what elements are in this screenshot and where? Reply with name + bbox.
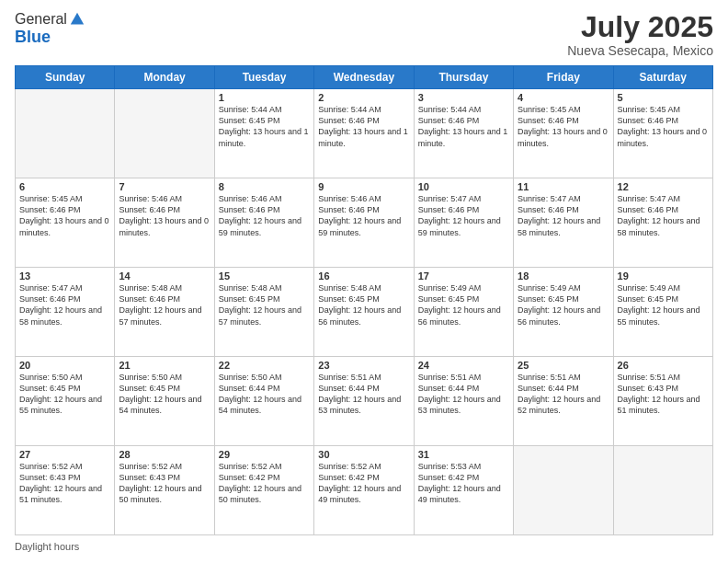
table-row: 31Sunrise: 5:53 AM Sunset: 6:42 PM Dayli… (414, 446, 513, 535)
day-info: Sunrise: 5:51 AM Sunset: 6:44 PM Dayligh… (418, 372, 509, 417)
day-number: 29 (219, 449, 310, 460)
day-info: Sunrise: 5:46 AM Sunset: 6:46 PM Dayligh… (119, 193, 210, 238)
col-saturday: Saturday (613, 66, 712, 89)
table-row: 24Sunrise: 5:51 AM Sunset: 6:44 PM Dayli… (414, 357, 513, 446)
logo-general-text: General (15, 11, 67, 28)
day-info: Sunrise: 5:53 AM Sunset: 6:42 PM Dayligh… (418, 461, 509, 506)
table-row: 5Sunrise: 5:45 AM Sunset: 6:46 PM Daylig… (613, 89, 712, 178)
col-tuesday: Tuesday (214, 66, 313, 89)
col-thursday: Thursday (414, 66, 513, 89)
calendar-week-row: 13Sunrise: 5:47 AM Sunset: 6:46 PM Dayli… (16, 268, 713, 357)
day-number: 24 (418, 360, 509, 371)
table-row: 20Sunrise: 5:50 AM Sunset: 6:45 PM Dayli… (16, 357, 115, 446)
day-info: Sunrise: 5:45 AM Sunset: 6:46 PM Dayligh… (19, 193, 110, 238)
day-number: 17 (418, 270, 509, 282)
table-row: 6Sunrise: 5:45 AM Sunset: 6:46 PM Daylig… (16, 178, 115, 268)
day-number: 30 (318, 449, 409, 460)
day-number: 12 (618, 181, 709, 192)
day-info: Sunrise: 5:48 AM Sunset: 6:46 PM Dayligh… (119, 282, 210, 327)
page: General Blue July 2025 Nueva Sesecapa, M… (0, 0, 728, 563)
day-info: Sunrise: 5:44 AM Sunset: 6:46 PM Dayligh… (418, 104, 509, 149)
table-row: 4Sunrise: 5:45 AM Sunset: 6:46 PM Daylig… (514, 89, 613, 178)
day-info: Sunrise: 5:52 AM Sunset: 6:43 PM Dayligh… (119, 461, 210, 506)
day-number: 20 (19, 360, 110, 371)
col-monday: Monday (115, 66, 214, 89)
table-row: 3Sunrise: 5:44 AM Sunset: 6:46 PM Daylig… (414, 89, 513, 178)
table-row: 28Sunrise: 5:52 AM Sunset: 6:43 PM Dayli… (115, 446, 214, 535)
day-number: 2 (318, 92, 409, 103)
table-row: 7Sunrise: 5:46 AM Sunset: 6:46 PM Daylig… (115, 178, 214, 268)
table-row: 30Sunrise: 5:52 AM Sunset: 6:42 PM Dayli… (314, 446, 414, 535)
table-row (16, 89, 115, 178)
day-info: Sunrise: 5:46 AM Sunset: 6:46 PM Dayligh… (219, 193, 310, 238)
day-number: 26 (618, 360, 709, 371)
col-sunday: Sunday (16, 66, 115, 89)
table-row: 11Sunrise: 5:47 AM Sunset: 6:46 PM Dayli… (514, 178, 613, 268)
day-number: 31 (418, 449, 509, 460)
day-info: Sunrise: 5:47 AM Sunset: 6:46 PM Dayligh… (418, 193, 509, 238)
calendar-week-row: 1Sunrise: 5:44 AM Sunset: 6:45 PM Daylig… (16, 89, 713, 178)
day-number: 15 (219, 270, 310, 282)
day-info: Sunrise: 5:45 AM Sunset: 6:46 PM Dayligh… (618, 104, 709, 149)
daylight-hours-label: Daylight hours (15, 541, 79, 552)
day-number: 7 (119, 181, 210, 192)
logo-icon (69, 11, 85, 28)
day-number: 28 (119, 449, 210, 460)
table-row: 27Sunrise: 5:52 AM Sunset: 6:43 PM Dayli… (16, 446, 115, 535)
day-number: 25 (518, 360, 609, 371)
table-row: 12Sunrise: 5:47 AM Sunset: 6:46 PM Dayli… (613, 178, 712, 268)
day-number: 11 (518, 181, 609, 192)
calendar-table: Sunday Monday Tuesday Wednesday Thursday… (15, 65, 713, 535)
col-wednesday: Wednesday (314, 66, 414, 89)
calendar-week-row: 6Sunrise: 5:45 AM Sunset: 6:46 PM Daylig… (16, 178, 713, 268)
day-number: 19 (618, 270, 709, 282)
table-row: 13Sunrise: 5:47 AM Sunset: 6:46 PM Dayli… (16, 268, 115, 357)
day-info: Sunrise: 5:45 AM Sunset: 6:46 PM Dayligh… (518, 104, 609, 149)
day-info: Sunrise: 5:48 AM Sunset: 6:45 PM Dayligh… (318, 282, 409, 327)
day-number: 18 (518, 270, 609, 282)
month-title: July 2025 (567, 11, 713, 43)
day-number: 23 (318, 360, 409, 371)
logo: General Blue (15, 11, 85, 47)
day-number: 16 (318, 270, 409, 282)
table-row: 26Sunrise: 5:51 AM Sunset: 6:43 PM Dayli… (613, 357, 712, 446)
table-row (613, 446, 712, 535)
table-row: 8Sunrise: 5:46 AM Sunset: 6:46 PM Daylig… (214, 178, 313, 268)
table-row: 22Sunrise: 5:50 AM Sunset: 6:44 PM Dayli… (214, 357, 313, 446)
footer: Daylight hours (15, 541, 713, 552)
table-row: 9Sunrise: 5:46 AM Sunset: 6:46 PM Daylig… (314, 178, 414, 268)
table-row: 1Sunrise: 5:44 AM Sunset: 6:45 PM Daylig… (214, 89, 313, 178)
day-number: 10 (418, 181, 509, 192)
day-number: 6 (19, 181, 110, 192)
col-friday: Friday (514, 66, 613, 89)
table-row: 21Sunrise: 5:50 AM Sunset: 6:45 PM Dayli… (115, 357, 214, 446)
day-info: Sunrise: 5:49 AM Sunset: 6:45 PM Dayligh… (518, 282, 609, 327)
calendar-week-row: 20Sunrise: 5:50 AM Sunset: 6:45 PM Dayli… (16, 357, 713, 446)
table-row: 25Sunrise: 5:51 AM Sunset: 6:44 PM Dayli… (514, 357, 613, 446)
day-number: 1 (219, 92, 310, 103)
table-row (115, 89, 214, 178)
day-info: Sunrise: 5:47 AM Sunset: 6:46 PM Dayligh… (518, 193, 609, 238)
header: General Blue July 2025 Nueva Sesecapa, M… (15, 11, 713, 58)
day-number: 8 (219, 181, 310, 192)
day-info: Sunrise: 5:48 AM Sunset: 6:45 PM Dayligh… (219, 282, 310, 327)
day-info: Sunrise: 5:52 AM Sunset: 6:42 PM Dayligh… (318, 461, 409, 506)
day-number: 5 (618, 92, 709, 103)
day-info: Sunrise: 5:52 AM Sunset: 6:42 PM Dayligh… (219, 461, 310, 506)
svg-marker-0 (71, 13, 84, 25)
day-number: 14 (119, 270, 210, 282)
logo-blue-text: Blue (15, 28, 85, 47)
table-row: 18Sunrise: 5:49 AM Sunset: 6:45 PM Dayli… (514, 268, 613, 357)
day-info: Sunrise: 5:51 AM Sunset: 6:44 PM Dayligh… (318, 372, 409, 417)
day-info: Sunrise: 5:50 AM Sunset: 6:45 PM Dayligh… (119, 372, 210, 417)
day-number: 3 (418, 92, 509, 103)
table-row: 10Sunrise: 5:47 AM Sunset: 6:46 PM Dayli… (414, 178, 513, 268)
table-row: 29Sunrise: 5:52 AM Sunset: 6:42 PM Dayli… (214, 446, 313, 535)
table-row: 14Sunrise: 5:48 AM Sunset: 6:46 PM Dayli… (115, 268, 214, 357)
location: Nueva Sesecapa, Mexico (567, 43, 713, 58)
table-row: 17Sunrise: 5:49 AM Sunset: 6:45 PM Dayli… (414, 268, 513, 357)
day-info: Sunrise: 5:46 AM Sunset: 6:46 PM Dayligh… (318, 193, 409, 238)
table-row (514, 446, 613, 535)
day-number: 27 (19, 449, 110, 460)
title-block: July 2025 Nueva Sesecapa, Mexico (567, 11, 713, 58)
